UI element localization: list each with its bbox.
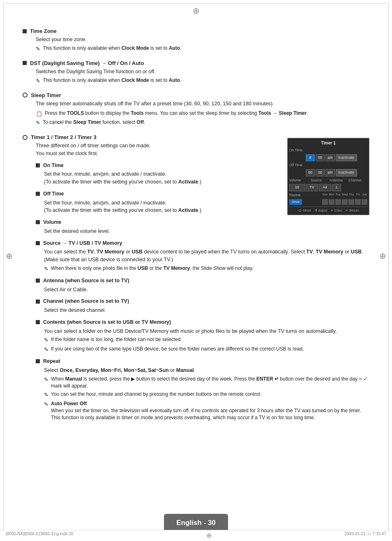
english-badge: English - 30	[164, 514, 228, 532]
day-mon-box	[329, 199, 334, 205]
sub-repeat-header: Repeat	[36, 358, 369, 365]
nav-return: ↩ Return	[346, 208, 359, 213]
day-fri-box	[355, 199, 361, 205]
sub-repeat-note2: ✎ You can set the hour, minute and chann…	[44, 391, 369, 399]
sub-source-header: Source → TV / USB / TV Memory	[36, 239, 369, 247]
repeat-once: Once	[289, 199, 302, 205]
time-zone-header: Time Zone	[23, 28, 369, 34]
sub-source: Source → TV / USB / TV Memory You can se…	[36, 239, 369, 273]
sub-repeat-text: Select Once, Everyday, Mon~Fri, Mon~Sat,…	[44, 367, 369, 374]
day-tue: Tue	[335, 193, 341, 197]
dst-title: DST (Daylight Saving Time) → Off / On / …	[30, 60, 144, 66]
volume-label: Volume	[289, 178, 306, 183]
volume-source-row: Volume Source Antenna Channel	[289, 178, 367, 183]
on-time-label: On Time	[289, 148, 306, 153]
sub-contents-text: You can select a folder on the USB Devic…	[44, 327, 369, 335]
pencil-icon: ✎	[44, 401, 48, 408]
bullet-icon	[36, 192, 40, 196]
pencil-icon: ✎	[36, 45, 40, 53]
off-time-ampm: am	[325, 169, 335, 176]
sub-source-body: You can select the TV, TV Memory or USB …	[36, 248, 369, 273]
bullet-icon	[36, 320, 40, 324]
repeat-label: Repeat	[289, 193, 306, 198]
sub-volume-header: Volume	[36, 218, 369, 226]
sub-repeat-note2-text: You can set the hour, minute and channel…	[51, 391, 261, 398]
sleep-timer-note1-text: Press the TOOLS button to display the To…	[45, 110, 308, 117]
off-time-row: Off Time	[289, 163, 367, 168]
day-mon: Mon	[329, 193, 334, 197]
dst-header: DST (Daylight Saving Time) → Off / On / …	[23, 60, 369, 66]
day-sat-box	[362, 199, 367, 205]
bullet-icon	[36, 279, 40, 283]
sub-contents-header: Contents (when Source is set to USB or T…	[36, 318, 369, 326]
day-wed-box	[342, 199, 348, 205]
sub-repeat-note3: ✎ Auto Power Off When you set the timer …	[44, 400, 369, 421]
on-time-row: On Time	[289, 148, 367, 153]
on-time-status: Inactivate	[336, 154, 357, 162]
volume-value: 10	[289, 184, 305, 191]
sub-channel: Channel (when Source is set to TV) Selec…	[36, 297, 369, 314]
timer-nav: ◁▷ Move ⬆ Adjust ↵ Enter ↩ Return	[289, 207, 367, 213]
volume-source-values-row: 10 TV Air 1	[289, 184, 367, 191]
sub-antenna-text: Select Air or Cable.	[44, 286, 369, 294]
sub-contents-note2: ✎ If you are using two of the same type …	[44, 346, 369, 353]
sub-channel-header: Channel (when Source is set to TV)	[36, 297, 369, 305]
pencil-icon: ✎	[44, 376, 48, 383]
on-time-hour: 8	[306, 154, 315, 162]
channel-label: Channel	[348, 178, 365, 183]
sub-antenna-body: Select Air or Cable.	[36, 286, 369, 294]
sub-channel-body: Select the desired channel.	[36, 306, 369, 314]
dst-note: ✎ This function is only available when C…	[36, 77, 369, 85]
bullet-icon	[36, 163, 40, 167]
sub-antenna-title: Antenna (when Source is set to TV)	[43, 277, 129, 285]
day-sat: Sat	[362, 193, 367, 197]
sub-contents-title: Contents (when Source is set to USB or T…	[43, 318, 171, 326]
time-zone-note-text: This function is only available when Clo…	[43, 45, 181, 52]
time-zone-body: Select your time zone. ✎ This function i…	[23, 36, 369, 53]
pencil-icon: ✎	[44, 391, 48, 399]
nav-enter: ↵ Enter	[331, 208, 342, 213]
bullet-icon	[36, 220, 40, 224]
sub-source-note: ✎ When there is only one photo file in t…	[44, 265, 369, 273]
on-time-ampm: am	[325, 154, 335, 162]
sub-antenna: Antenna (when Source is set to TV) Selec…	[36, 277, 369, 294]
sub-contents-body: You can select a folder on the USB Devic…	[36, 327, 369, 353]
sub-off-time-header: Off Time	[36, 190, 279, 198]
sub-repeat-note1: ✎ When Manual is selected, press the ▶ b…	[44, 376, 369, 390]
antenna-value: Air	[319, 184, 331, 191]
footer-right: 2009-03-31 □□ 7:35:47	[344, 532, 386, 539]
section-sleep-timer: Sleep Timer The sleep timer automaticall…	[23, 92, 369, 127]
sub-repeat: Repeat Select Once, Everyday, Mon~Fri, M…	[36, 358, 369, 421]
dst-body: Switches the Daylight Saving Time functi…	[23, 68, 369, 85]
bottom-container: English - 30	[0, 514, 392, 532]
sub-contents-note1-text: If the folder name is too long, the fold…	[51, 336, 182, 343]
day-sun-box	[322, 199, 328, 205]
sub-repeat-title: Repeat	[43, 358, 60, 365]
sub-contents-note2-text: If you are using two of the same type US…	[51, 346, 304, 353]
top-symbol: ⊕	[0, 0, 392, 16]
left-side-mark: ⊕	[6, 251, 13, 261]
day-tue-box	[335, 199, 341, 205]
sub-repeat-note1-text: When Manual is selected, press the ▶ but…	[51, 376, 369, 390]
off-time-min: 00	[316, 169, 325, 176]
bullet-icon	[36, 241, 40, 245]
sub-volume-body: Set the desired volume level.	[36, 228, 369, 235]
on-time-min: 00	[316, 154, 325, 162]
section-dst: DST (Daylight Saving Time) → Off / On / …	[23, 60, 369, 85]
time-zone-text: Select your time zone.	[36, 36, 369, 44]
sleep-timer-note2: ✎ To cancel the Sleep Timer function, se…	[36, 119, 369, 127]
footer: [8000-NA]BN68-01988E-Eng.indb 30 ⊕ 2009-…	[0, 530, 392, 541]
sub-volume: Volume Set the desired volume level.	[36, 218, 369, 235]
off-time-status: Inactivate	[336, 169, 357, 176]
sub-antenna-header: Antenna (when Source is set to TV)	[36, 277, 369, 285]
sleep-timer-header: Sleep Timer	[23, 92, 369, 98]
sleep-timer-note1: 📋 Press the TOOLS button to display the …	[36, 110, 369, 118]
day-thu: Thu	[348, 193, 354, 197]
time-zone-title: Time Zone	[30, 28, 57, 34]
main-content: Time Zone Select your time zone. ✎ This …	[0, 16, 392, 473]
sleep-timer-title: Sleep Timer	[31, 92, 61, 98]
on-time-values-row: 8 00 am Inactivate	[289, 154, 367, 162]
circle-bullet-icon	[23, 135, 28, 140]
dst-note-text: This function is only available when Clo…	[43, 77, 181, 84]
tools-icon: 📋	[36, 110, 42, 118]
